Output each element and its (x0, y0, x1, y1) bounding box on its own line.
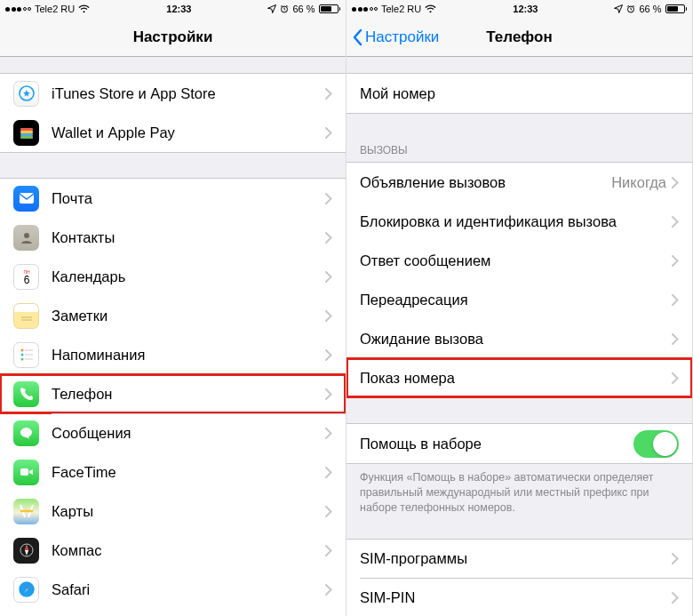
row-label: Ожидание вызова (360, 331, 672, 348)
chevron-right-icon (325, 545, 332, 556)
row-label: iTunes Store и App Store (52, 85, 325, 102)
battery-icon (319, 4, 341, 13)
row-label: Карты (52, 503, 325, 520)
row-label: Блокировка и идентификация вызова (360, 213, 672, 230)
wifi-icon (425, 4, 436, 13)
row-home[interactable]: Дом (0, 609, 346, 616)
row-compass[interactable]: Компас (0, 531, 346, 570)
section-header-calls: ВЫЗОВЫ (346, 139, 692, 162)
row-label: Телефон (52, 386, 325, 403)
location-icon (267, 4, 276, 13)
row-label: Ответ сообщением (360, 252, 672, 269)
row-sim-apps[interactable]: SIM-программы (346, 540, 692, 579)
svg-rect-4 (20, 133, 33, 136)
chevron-right-icon (325, 584, 332, 596)
row-itunes-store[interactable]: iTunes Store и App Store (0, 74, 346, 113)
dial-assist-toggle[interactable] (633, 430, 679, 458)
row-mail[interactable]: Почта (0, 179, 346, 218)
location-icon (614, 4, 623, 13)
chevron-right-icon (325, 193, 332, 204)
svg-text:6: 6 (23, 274, 29, 286)
row-facetime[interactable]: FaceTime (0, 452, 346, 492)
row-calendar[interactable]: ПН6 Календарь (0, 257, 346, 296)
chevron-right-icon (325, 232, 332, 244)
row-dial-assist[interactable]: Помощь в наборе (346, 424, 692, 463)
svg-rect-2 (20, 128, 33, 131)
row-call-waiting[interactable]: Ожидание вызова (346, 319, 692, 358)
row-label: Напоминания (52, 347, 325, 364)
time-label: 12:33 (436, 4, 614, 14)
nav-bar: Настройки Телефон (346, 18, 692, 57)
notes-icon (13, 303, 39, 329)
facetime-icon (13, 460, 39, 485)
row-show-caller-id[interactable]: Показ номера (346, 358, 692, 397)
compass-icon (13, 538, 39, 564)
svg-point-14 (20, 354, 23, 356)
chevron-right-icon (672, 592, 679, 604)
safari-icon (13, 577, 39, 603)
row-label: Контакты (52, 229, 325, 246)
row-label: Календарь (52, 268, 325, 285)
row-label: FaceTime (52, 464, 325, 481)
row-label: Компас (52, 542, 325, 559)
nav-bar: Настройки (0, 18, 346, 57)
row-reminders[interactable]: Напоминания (0, 335, 346, 374)
svg-rect-18 (20, 468, 28, 476)
page-title: Настройки (133, 28, 213, 46)
phone-icon (13, 381, 39, 407)
chevron-right-icon (325, 271, 332, 283)
chevron-right-icon (672, 255, 679, 267)
row-label: Wallet и Apple Pay (52, 124, 325, 141)
left-screenshot: Tele2 RU 12:33 66 % Настройки (0, 0, 346, 616)
row-contacts[interactable]: Контакты (0, 218, 346, 257)
row-forwarding[interactable]: Переадресация (346, 280, 692, 319)
chevron-right-icon (672, 177, 679, 188)
row-label: Переадресация (360, 292, 672, 308)
time-label: 12:33 (90, 4, 267, 14)
chevron-right-icon (672, 553, 679, 564)
battery-pct: 66 % (639, 4, 661, 14)
row-notes[interactable]: Заметки (0, 296, 346, 335)
row-label: Сообщения (52, 425, 325, 442)
back-label: Настройки (365, 28, 439, 46)
wifi-icon (78, 4, 90, 13)
carrier-label: Tele2 RU (381, 4, 421, 14)
back-button[interactable]: Настройки (352, 28, 439, 46)
reminders-icon (13, 342, 39, 368)
app-store-icon (13, 81, 39, 107)
row-label: Мой номер (360, 85, 679, 102)
chevron-right-icon (672, 294, 679, 306)
row-reply-message[interactable]: Ответ сообщением (346, 241, 692, 280)
mail-icon (13, 186, 39, 212)
maps-icon (13, 499, 39, 524)
row-label: Safari (52, 581, 325, 598)
signal-icon (5, 7, 31, 12)
row-messages[interactable]: Сообщения (0, 413, 346, 452)
carrier-label: Tele2 RU (35, 4, 75, 14)
row-safari[interactable]: Safari (0, 570, 346, 609)
chevron-right-icon (325, 506, 332, 517)
row-phone[interactable]: Телефон (0, 374, 346, 413)
svg-rect-5 (20, 136, 33, 139)
svg-rect-6 (20, 193, 34, 204)
row-sim-pin[interactable]: SIM-PIN (346, 579, 692, 616)
chevron-right-icon (325, 349, 332, 361)
chevron-right-icon (325, 467, 332, 478)
row-maps[interactable]: Карты (0, 492, 346, 531)
row-label: Показ номера (360, 370, 672, 387)
wallet-icon (13, 120, 39, 146)
chevron-right-icon (325, 88, 332, 100)
alarm-icon (626, 4, 635, 13)
status-bar: Tele2 RU 12:33 66 % (0, 0, 346, 18)
row-my-number[interactable]: Мой номер (346, 74, 692, 113)
settings-list[interactable]: iTunes Store и App Store Wallet и Apple … (0, 57, 346, 616)
row-wallet[interactable]: Wallet и Apple Pay (0, 113, 346, 152)
battery-pct: 66 % (292, 4, 315, 14)
row-value: Никогда (611, 174, 666, 191)
chevron-right-icon (325, 428, 332, 439)
phone-settings-list[interactable]: Мой номер ВЫЗОВЫ Объявление вызовов Нико… (346, 57, 692, 616)
svg-point-16 (20, 358, 23, 361)
row-call-announce[interactable]: Объявление вызовов Никогда (346, 163, 692, 202)
calendar-icon: ПН6 (13, 264, 39, 290)
row-call-block[interactable]: Блокировка и идентификация вызова (346, 202, 692, 241)
